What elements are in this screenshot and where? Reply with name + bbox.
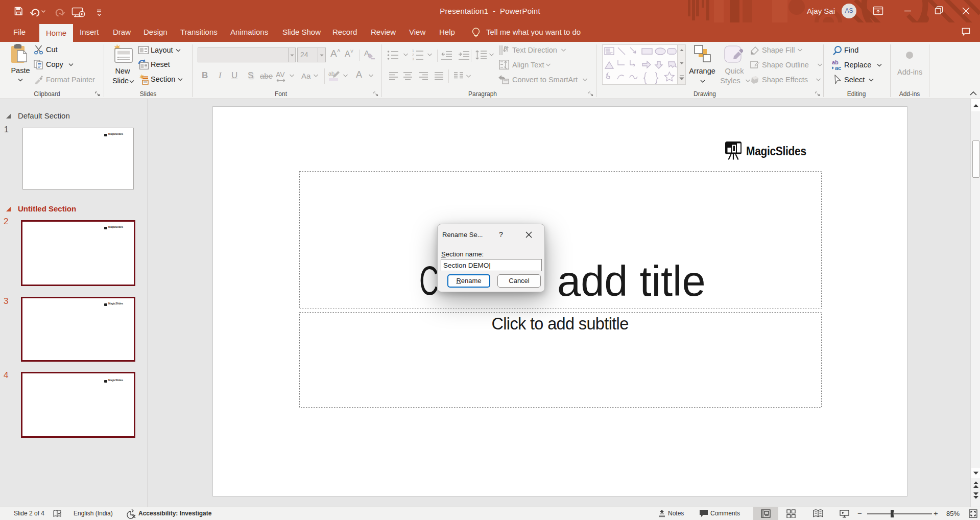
svg-text:ab: ab xyxy=(328,70,334,77)
svg-text:AV: AV xyxy=(276,70,285,79)
svg-text:2: 2 xyxy=(412,53,414,57)
svg-text:ac: ac xyxy=(835,65,841,71)
svg-text:A: A xyxy=(504,45,507,51)
svg-text:ab: ab xyxy=(832,60,839,65)
svg-text:A: A xyxy=(364,49,369,57)
svg-text:3: 3 xyxy=(412,57,414,61)
svg-text:1: 1 xyxy=(412,49,414,53)
